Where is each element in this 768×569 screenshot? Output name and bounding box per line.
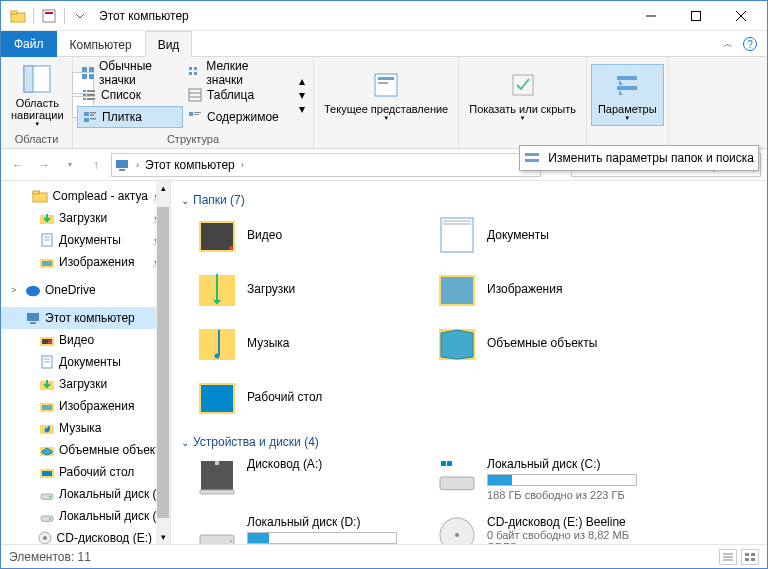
sidebar-item-label: Видео <box>59 333 94 347</box>
layout-tiles[interactable]: Плитка <box>77 106 183 128</box>
svg-point-66 <box>45 428 50 433</box>
svg-rect-103 <box>745 553 749 556</box>
sidebar-item[interactable]: Этот компьютер <box>1 307 170 329</box>
folder-item[interactable]: Музыка <box>197 323 427 363</box>
sidebar-item[interactable]: Музыка <box>1 417 170 439</box>
chevron-down-icon: ▼ <box>34 121 40 127</box>
sidebar-item-label: Объемные объекты <box>59 443 169 457</box>
svg-rect-55 <box>30 322 36 324</box>
scroll-up-icon[interactable]: ▴ <box>295 75 309 87</box>
folder-item[interactable]: Загрузки <box>197 269 427 309</box>
sidebar-item[interactable]: > OneDrive <box>1 279 170 301</box>
sidebar-item-label: Изображения <box>59 399 134 413</box>
recent-button[interactable]: ▾ <box>59 154 81 176</box>
qat-dropdown-icon[interactable] <box>71 7 89 25</box>
usage-bar <box>247 532 397 544</box>
drive-item[interactable]: CD-дисковод (E:) Beeline 0 байт свободно… <box>437 515 697 544</box>
svg-rect-31 <box>90 118 96 120</box>
qat-properties-icon[interactable] <box>40 7 58 25</box>
back-button[interactable]: ← <box>7 154 29 176</box>
folder-item[interactable]: Документы <box>437 215 667 255</box>
svg-rect-21 <box>87 94 95 96</box>
folder-label: Объемные объекты <box>487 336 597 350</box>
sidebar-item[interactable]: Объемные объекты <box>1 439 170 461</box>
scrollbar[interactable]: ▴ ▾ <box>156 181 170 544</box>
pictures-icon <box>39 398 55 414</box>
sidebar-item[interactable]: Загрузки 📌 <box>1 207 170 229</box>
usage-text: 188 ГБ свободно из 223 ГБ <box>487 489 637 501</box>
nav-pane-button[interactable]: Область навигации ▼ <box>5 59 70 131</box>
tab-computer[interactable]: Компьютер <box>57 32 145 56</box>
section-drives-header[interactable]: ⌄ Устройства и диски (4) <box>181 429 757 457</box>
sidebar-item-label: Complead - актуа <box>52 189 148 203</box>
svg-rect-93 <box>440 477 474 490</box>
video-icon <box>197 215 237 255</box>
folder-item[interactable]: Изображения <box>437 269 667 309</box>
svg-rect-44 <box>119 169 125 171</box>
folder-item[interactable]: Объемные объекты <box>437 323 667 363</box>
scroll-thumb[interactable] <box>157 207 169 518</box>
close-button[interactable] <box>718 1 763 31</box>
svg-point-78 <box>229 246 233 250</box>
drive-label: Локальный диск (С:) <box>487 457 637 471</box>
layout-list[interactable]: Список <box>77 84 183 106</box>
forward-button[interactable]: → <box>33 154 55 176</box>
downloads-icon <box>197 269 237 309</box>
svg-rect-20 <box>83 94 86 96</box>
sidebar-item-label: Загрузки <box>59 211 107 225</box>
sidebar-item[interactable]: CD-дисковод (E:) Ве <box>1 527 170 544</box>
options-button[interactable]: Параметры ▼ <box>591 64 664 126</box>
sidebar-item[interactable]: Изображения 📌 <box>1 251 170 273</box>
sidebar-item-label: Изображения <box>59 255 134 269</box>
breadcrumb[interactable]: › Этот компьютер › ⌄ <box>111 153 541 177</box>
layout-content[interactable]: Содержимое <box>183 106 289 128</box>
sidebar-item[interactable]: Изображения <box>1 395 170 417</box>
expand-gallery-icon[interactable]: ▾ <box>295 103 309 115</box>
layout-small-icons[interactable]: Мелкие значки <box>183 62 289 84</box>
view-details-button[interactable] <box>719 549 737 565</box>
svg-rect-96 <box>200 535 234 544</box>
maximize-button[interactable] <box>673 1 718 31</box>
view-icons-button[interactable] <box>741 549 759 565</box>
sidebar-item[interactable]: Локальный диск (С <box>1 483 170 505</box>
folder-item[interactable]: Видео <box>197 215 427 255</box>
drive-item[interactable]: Дисковод (A:) <box>197 457 427 501</box>
sidebar-item[interactable]: Документы 📌 <box>1 229 170 251</box>
scroll-up-icon[interactable]: ▴ <box>161 181 166 193</box>
tab-file[interactable]: Файл <box>1 31 57 57</box>
sidebar-item[interactable]: Видео <box>1 329 170 351</box>
sidebar-item[interactable]: Локальный диск (D: <box>1 505 170 527</box>
expand-icon[interactable]: > <box>11 285 21 295</box>
chevron-right-icon[interactable]: › <box>239 160 246 170</box>
layout-table[interactable]: Таблица <box>183 84 289 106</box>
drive-item[interactable]: Локальный диск (С:) 188 ГБ свободно из 2… <box>437 457 697 501</box>
minimize-button[interactable] <box>628 1 673 31</box>
show-hide-button[interactable]: Показать или скрыть ▼ <box>463 65 582 125</box>
help-icon[interactable]: ? <box>743 37 757 51</box>
svg-point-71 <box>49 496 51 498</box>
tab-view[interactable]: Вид <box>145 31 193 57</box>
ribbon-collapse-icon[interactable]: ︿ <box>723 37 733 51</box>
drive-icon <box>39 508 55 524</box>
current-view-button[interactable]: Текущее представление ▼ <box>318 65 454 125</box>
chevron-right-icon[interactable]: › <box>134 160 141 170</box>
sidebar-item-label: Музыка <box>59 421 101 435</box>
drive-item[interactable]: Локальный диск (D:) 513 ГБ свободно из 5… <box>197 515 427 544</box>
sidebar-item[interactable]: Документы <box>1 351 170 373</box>
floppy-icon <box>197 457 237 497</box>
sidebar-item[interactable]: Загрузки <box>1 373 170 395</box>
scroll-down-icon[interactable]: ▾ <box>161 532 166 544</box>
sidebar-item[interactable]: Complead - актуа 📌 <box>1 185 170 207</box>
downloads-icon <box>39 376 55 392</box>
folder-item[interactable]: Рабочий стол <box>197 377 427 417</box>
current-view-icon <box>370 69 402 101</box>
svg-rect-11 <box>89 67 94 72</box>
scroll-down-icon[interactable]: ▾ <box>295 89 309 101</box>
list-icon <box>81 87 97 103</box>
layout-ordinary-icons[interactable]: Обычные значки <box>77 62 183 84</box>
section-folders-header[interactable]: ⌄ Папки (7) <box>181 187 757 215</box>
up-button[interactable]: ↑ <box>85 154 107 176</box>
options-menu-item[interactable]: Изменить параметры папок и поиска <box>548 151 754 165</box>
svg-rect-33 <box>194 112 201 113</box>
sidebar-item[interactable]: Рабочий стол <box>1 461 170 483</box>
